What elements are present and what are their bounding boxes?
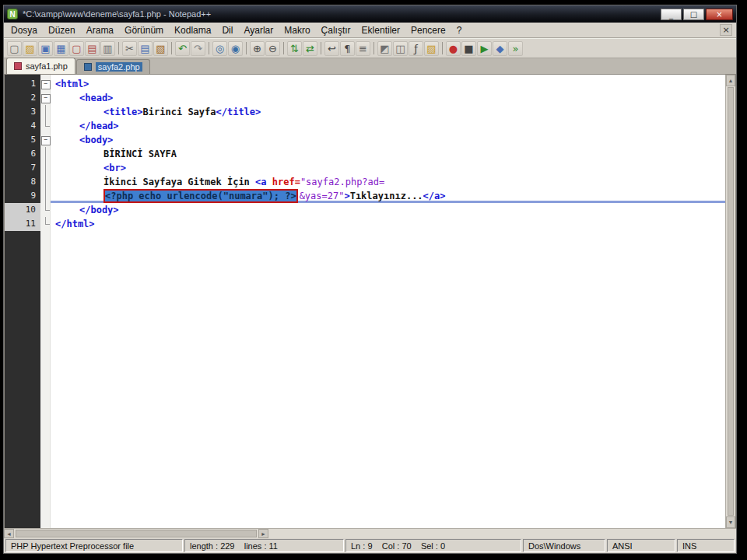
line-number[interactable]: 7 <box>5 161 40 175</box>
print-icon[interactable]: ▥ <box>100 41 115 56</box>
line-number[interactable]: 5 <box>5 133 40 147</box>
document-map-icon[interactable]: ◫ <box>393 41 408 56</box>
line-number[interactable]: 3 <box>5 105 40 119</box>
menu-item-dil[interactable]: Dil <box>216 23 238 37</box>
sync-horizontal-icon[interactable]: ⇄ <box>303 41 317 56</box>
window-controls: _ □ × <box>661 9 733 20</box>
user-defined-language-icon[interactable]: ◩ <box>377 41 392 56</box>
vertical-scrollbar-thumb[interactable] <box>728 87 734 516</box>
editor-area[interactable]: 1<html>2<head>3<title>Birinci Sayfa</tit… <box>4 75 736 528</box>
close-file-icon[interactable]: ▢ <box>69 41 84 56</box>
menu-item-makro[interactable]: Makro <box>279 23 315 37</box>
code-line-2[interactable]: 2<head> <box>5 91 725 105</box>
menu-item-dosya[interactable]: Dosya <box>5 23 43 37</box>
indent-guide-icon[interactable]: ≡ <box>356 41 370 56</box>
code-token: Birinci Sayfa <box>143 107 216 117</box>
redo-icon[interactable]: ↷ <box>191 41 205 56</box>
menu-item-help[interactable]: ? <box>451 23 468 37</box>
code-text: </head> <box>51 119 725 133</box>
undo-icon[interactable]: ↶ <box>175 41 190 56</box>
horizontal-scrollbar-thumb[interactable] <box>16 530 257 537</box>
tab-sayfa1-php[interactable]: sayfa1.php <box>6 58 75 74</box>
cut-icon[interactable]: ✂ <box>122 41 137 56</box>
line-number[interactable]: 2 <box>5 91 40 105</box>
stop-macro-icon[interactable]: ■ <box>461 41 476 56</box>
line-number[interactable]: 1 <box>5 77 40 91</box>
code-token: </head> <box>79 121 119 131</box>
line-number[interactable]: 4 <box>5 119 40 133</box>
new-file-icon[interactable]: ▢ <box>7 41 22 56</box>
line-number[interactable]: 8 <box>5 175 40 189</box>
menu-item-pencere[interactable]: Pencere <box>405 23 451 37</box>
paste-icon[interactable]: ▧ <box>153 41 168 56</box>
play-macro-icon[interactable]: ▶ <box>477 41 492 56</box>
save-all-icon[interactable]: ▦ <box>54 41 68 56</box>
vertical-scrollbar[interactable]: ▲ ▼ <box>725 75 735 528</box>
line-number[interactable]: 9 <box>5 189 40 203</box>
save-icon[interactable]: ▣ <box>38 41 53 56</box>
menu-item-kodlama[interactable]: Kodlama <box>169 23 216 37</box>
minimize-button[interactable]: _ <box>661 9 682 20</box>
code-line-10[interactable]: 10</body> <box>5 203 725 217</box>
fold-guide <box>40 217 51 231</box>
scroll-right-icon[interactable]: ► <box>258 529 268 538</box>
tab-sayfa2-php[interactable]: sayfa2.php <box>76 59 150 74</box>
fold-guide <box>40 147 51 161</box>
menubar-close-icon[interactable]: × <box>720 24 732 36</box>
status-encoding[interactable]: ANSI <box>607 539 675 552</box>
code-line-6[interactable]: 6BİRİNCİ SAYFA <box>5 147 725 161</box>
function-list-icon[interactable]: ƒ <box>409 41 423 56</box>
code-line-5[interactable]: 5<body> <box>5 133 725 147</box>
code-line-11[interactable]: 11</html> <box>5 217 725 231</box>
selected-php-code: <?php echo urlencode("numara"); ?> <box>105 191 296 201</box>
horizontal-scrollbar[interactable]: ◄ ► <box>4 528 736 538</box>
toolbar-separator <box>209 42 209 54</box>
fold-guide <box>40 105 51 119</box>
code-line-8[interactable]: 8İkinci Sayfaya Gitmek İçin <a href="say… <box>5 175 725 189</box>
code-line-3[interactable]: 3<title>Birinci Sayfa</title> <box>5 105 725 119</box>
fold-toggle-icon[interactable] <box>40 91 51 105</box>
show-all-characters-icon[interactable]: ¶ <box>340 41 355 56</box>
close-all-icon[interactable]: ▤ <box>85 41 100 56</box>
record-macro-icon[interactable]: ● <box>446 41 461 56</box>
title-bar[interactable]: N *C:\xampp\www\deneme\sayfa1.php - Note… <box>4 5 736 23</box>
maximize-button[interactable]: □ <box>683 9 704 20</box>
zoom-out-icon[interactable]: ⊖ <box>265 41 280 56</box>
code-line-4[interactable]: 4</head> <box>5 119 725 133</box>
menu-item-arama[interactable]: Arama <box>81 23 119 37</box>
code-token: <title> <box>103 107 143 117</box>
menu-item-calistir[interactable]: Çalıştır <box>316 23 356 37</box>
line-number[interactable]: 10 <box>5 203 40 217</box>
menu-item-gorunum[interactable]: Görünüm <box>119 23 169 37</box>
scroll-up-icon[interactable]: ▲ <box>726 75 735 86</box>
code-token: <br> <box>103 163 126 173</box>
menu-item-eklentiler[interactable]: Eklentiler <box>356 23 405 37</box>
code-line-1[interactable]: 1<html> <box>5 77 725 91</box>
save-macro-icon[interactable]: ◆ <box>493 41 507 56</box>
toolbar-separator <box>321 42 321 54</box>
zoom-in-icon[interactable]: ⊕ <box>250 41 265 56</box>
code-line-7[interactable]: 7<br> <box>5 161 725 175</box>
line-number[interactable]: 11 <box>5 217 40 231</box>
copy-icon[interactable]: ▤ <box>138 41 153 56</box>
line-number[interactable]: 6 <box>5 147 40 161</box>
code-text: <br> <box>51 161 725 175</box>
scroll-down-icon[interactable]: ▼ <box>726 516 735 528</box>
status-insert-mode[interactable]: INS <box>677 539 735 552</box>
status-eol-format[interactable]: Dos\Windows <box>523 539 605 552</box>
scroll-left-icon[interactable]: ◄ <box>4 529 14 538</box>
find-icon[interactable]: ◎ <box>212 41 227 56</box>
close-button[interactable]: × <box>706 9 733 20</box>
word-wrap-icon[interactable]: ↩ <box>324 41 339 56</box>
menu-item-ayarlar[interactable]: Ayarlar <box>238 23 279 37</box>
sync-vertical-icon[interactable]: ⇅ <box>287 41 302 56</box>
folder-as-workspace-icon[interactable]: ▨ <box>424 41 439 56</box>
code-line-9[interactable]: 9<?php echo urlencode("numara"); ?>&yas=… <box>5 189 725 203</box>
fold-toggle-icon[interactable] <box>40 133 51 147</box>
code-content[interactable]: 1<html>2<head>3<title>Birinci Sayfa</tit… <box>5 77 725 231</box>
run-macro-multiple-icon[interactable]: » <box>508 41 523 56</box>
fold-toggle-icon[interactable] <box>40 77 51 91</box>
replace-icon[interactable]: ◉ <box>228 41 243 56</box>
open-file-icon[interactable]: ▨ <box>23 41 37 56</box>
menu-item-duzen[interactable]: Düzen <box>43 23 81 37</box>
